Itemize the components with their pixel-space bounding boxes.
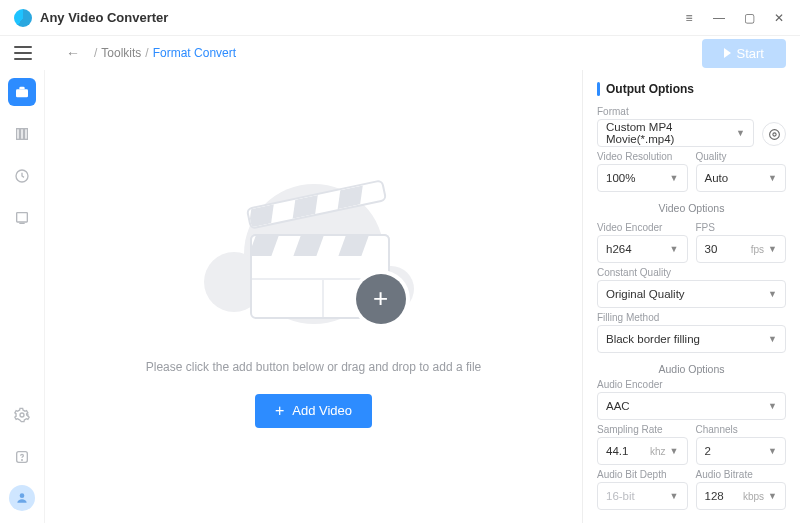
svg-point-11 — [769, 129, 779, 139]
quality-value: Auto — [705, 172, 729, 184]
back-button[interactable]: ← — [66, 45, 80, 61]
svg-rect-5 — [17, 213, 28, 222]
sidebar — [0, 70, 44, 523]
output-options-panel: Output Options Format Custom MP4 Movie(*… — [582, 70, 800, 523]
breadcrumb-toolkits[interactable]: Toolkits — [101, 46, 141, 60]
audio-enc-label: Audio Encoder — [597, 379, 786, 390]
abitrate-value: 128 — [705, 490, 739, 502]
svg-point-6 — [20, 413, 24, 417]
channels-select[interactable]: 2 ▼ — [696, 437, 787, 465]
drop-hint: Please click the add button below or dra… — [146, 360, 482, 374]
video-enc-value: h264 — [606, 243, 632, 255]
chevron-down-icon: ▼ — [736, 128, 745, 138]
srate-label: Sampling Rate — [597, 424, 688, 435]
plus-icon: + — [275, 403, 284, 419]
fps-select[interactable]: 30 fps ▼ — [696, 235, 787, 263]
drop-area[interactable]: + Please click the add button below or d… — [44, 70, 582, 523]
app-logo-icon — [14, 9, 32, 27]
chevron-down-icon: ▼ — [670, 244, 679, 254]
video-res-value: 100% — [606, 172, 635, 184]
fill-select[interactable]: Black border filling ▼ — [597, 325, 786, 353]
srate-unit: khz — [650, 446, 666, 457]
format-label: Format — [597, 106, 786, 117]
sidebar-item-toolkit[interactable] — [8, 78, 36, 106]
cq-select[interactable]: Original Quality ▼ — [597, 280, 786, 308]
chevron-down-icon: ▼ — [670, 173, 679, 183]
fps-value: 30 — [705, 243, 747, 255]
chevron-down-icon: ▼ — [768, 173, 777, 183]
sidebar-item-output[interactable] — [8, 204, 36, 232]
srate-select[interactable]: 44.1 khz ▼ — [597, 437, 688, 465]
add-plus-icon[interactable]: + — [356, 274, 406, 324]
fps-unit: fps — [751, 244, 764, 255]
bitdepth-value: 16-bit — [606, 490, 635, 502]
quality-label: Quality — [696, 151, 787, 162]
svg-rect-2 — [21, 129, 24, 140]
clapperboard-illustration: + — [204, 156, 424, 336]
svg-point-8 — [22, 460, 23, 461]
chevron-down-icon: ▼ — [768, 244, 777, 254]
sidebar-item-history[interactable] — [8, 162, 36, 190]
video-res-select[interactable]: 100% ▼ — [597, 164, 688, 192]
chevron-down-icon: ▼ — [768, 334, 777, 344]
format-value: Custom MP4 Movie(*.mp4) — [606, 121, 736, 145]
quality-select[interactable]: Auto ▼ — [696, 164, 787, 192]
menu-icon[interactable]: ≡ — [682, 11, 696, 25]
close-button[interactable]: ✕ — [772, 11, 786, 25]
svg-point-9 — [20, 493, 25, 498]
cq-label: Constant Quality — [597, 267, 786, 278]
svg-rect-3 — [25, 129, 28, 140]
crumb-sep: / — [145, 46, 148, 60]
breadcrumb-format-convert[interactable]: Format Convert — [153, 46, 236, 60]
audio-enc-value: AAC — [606, 400, 630, 412]
top-nav: ← / Toolkits / Format Convert Start — [0, 36, 800, 70]
maximize-button[interactable]: ▢ — [742, 11, 756, 25]
start-label: Start — [737, 46, 764, 61]
panel-title: Output Options — [606, 82, 694, 96]
fps-label: FPS — [696, 222, 787, 233]
format-settings-button[interactable] — [762, 122, 786, 146]
abitrate-label: Audio Bitrate — [696, 469, 787, 480]
chevron-down-icon: ▼ — [670, 446, 679, 456]
bitdepth-select[interactable]: 16-bit ▼ — [597, 482, 688, 510]
video-options-heading: Video Options — [597, 202, 786, 214]
svg-rect-0 — [16, 89, 28, 97]
add-video-label: Add Video — [292, 403, 352, 418]
video-enc-label: Video Encoder — [597, 222, 688, 233]
format-select[interactable]: Custom MP4 Movie(*.mp4) ▼ — [597, 119, 754, 147]
srate-value: 44.1 — [606, 445, 646, 457]
audio-options-heading: Audio Options — [597, 363, 786, 375]
chevron-down-icon: ▼ — [670, 491, 679, 501]
sidebar-item-library[interactable] — [8, 120, 36, 148]
fill-value: Black border filling — [606, 333, 700, 345]
cq-value: Original Quality — [606, 288, 685, 300]
chevron-down-icon: ▼ — [768, 491, 777, 501]
play-icon — [724, 48, 731, 58]
title-bar: Any Video Converter ≡ — ▢ ✕ — [0, 0, 800, 36]
video-enc-select[interactable]: h264 ▼ — [597, 235, 688, 263]
video-res-label: Video Resolution — [597, 151, 688, 162]
fill-label: Filling Method — [597, 312, 786, 323]
audio-enc-select[interactable]: AAC ▼ — [597, 392, 786, 420]
crumb-sep: / — [94, 46, 97, 60]
sidebar-item-settings[interactable] — [8, 401, 36, 429]
channels-label: Channels — [696, 424, 787, 435]
chevron-down-icon: ▼ — [768, 446, 777, 456]
user-avatar[interactable] — [9, 485, 35, 511]
svg-rect-1 — [17, 129, 20, 140]
svg-point-10 — [772, 132, 775, 135]
bitdepth-label: Audio Bit Depth — [597, 469, 688, 480]
channels-value: 2 — [705, 445, 711, 457]
chevron-down-icon: ▼ — [768, 401, 777, 411]
abitrate-unit: kbps — [743, 491, 764, 502]
add-video-button[interactable]: + Add Video — [255, 394, 372, 428]
sidebar-item-help[interactable] — [8, 443, 36, 471]
accent-bar-icon — [597, 82, 600, 96]
minimize-button[interactable]: — — [712, 11, 726, 25]
hamburger-icon[interactable] — [14, 46, 32, 60]
chevron-down-icon: ▼ — [768, 289, 777, 299]
app-title: Any Video Converter — [40, 10, 168, 25]
abitrate-select[interactable]: 128 kbps ▼ — [696, 482, 787, 510]
start-button[interactable]: Start — [702, 39, 786, 68]
